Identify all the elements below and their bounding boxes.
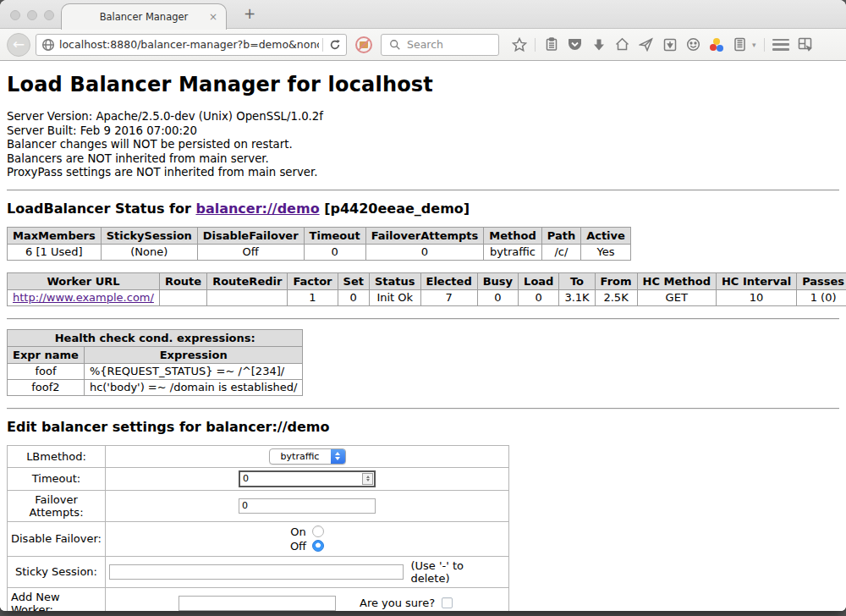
sticky-session-input[interactable] [109, 564, 404, 580]
cell-hc-method: GET [637, 289, 716, 305]
select-stepper-icon[interactable] [331, 448, 345, 465]
sticky-session-note: (Use '-' to delete) [410, 559, 505, 585]
are-you-sure-checkbox[interactable] [442, 597, 453, 608]
persist-note-line: Balancer changes will NOT be persisted o… [7, 138, 839, 152]
worker-url-link[interactable]: http://www.example.com/ [13, 291, 154, 304]
cell-expr-name-foof: foof [8, 363, 85, 379]
number-spinner-icon[interactable] [362, 473, 373, 485]
worker-data-row: http://www.example.com/ 1 0 Init Ok 7 0 … [8, 289, 846, 305]
divider-1 [7, 190, 839, 191]
col-hc-method: HC Method [637, 272, 716, 289]
edit-balancer-form: LBmethod: bytraffic Timeout: [7, 445, 509, 612]
timeout-input[interactable] [240, 473, 362, 484]
timeout-label: Timeout: [8, 467, 106, 490]
cell-busy: 0 [477, 289, 518, 305]
responsive-tablet-icon[interactable] [732, 36, 748, 52]
send-plane-icon[interactable] [638, 36, 654, 52]
close-window-button[interactable] [10, 10, 20, 20]
server-built-line: Server Built: Feb 9 2016 07:00:20 [7, 124, 839, 139]
health-table-title: Health check cond. expressions: [8, 329, 303, 346]
page-content: Load Balancer Manager for localhost Serv… [0, 61, 846, 611]
balancer-demo-link[interactable]: balancer://demo [195, 201, 319, 217]
cell-status: Init Ok [369, 289, 420, 305]
col-load: Load [519, 272, 559, 289]
tab-close-icon[interactable]: × [209, 11, 217, 23]
form-row-add-worker: Add New Worker: Are you sure? [8, 587, 509, 611]
cell-method: bytraffic [484, 244, 541, 260]
search-bar[interactable]: Search [381, 34, 499, 56]
worker-table: Worker URL Route RouteRedir Factor Set S… [7, 272, 846, 306]
tile-tabs-icon[interactable] [797, 36, 813, 52]
col-active: Active [581, 227, 631, 244]
cell-from: 2.5K [595, 289, 637, 305]
divider-3 [7, 408, 839, 410]
radio-off-label: Off [290, 540, 306, 553]
proxypass-note-line: ProxyPass settings are NOT inherited fro… [7, 166, 839, 180]
cell-expression-foof2: hc('body') =~ /domain is established/ [84, 379, 303, 395]
radio-on[interactable] [312, 525, 324, 537]
balancer-data-row: 6 [1 Used] (None) Off 0 0 bytraffic /c/ … [8, 244, 631, 260]
site-identity-globe-icon[interactable] [40, 36, 56, 52]
add-worker-input[interactable] [179, 596, 336, 611]
url-bar[interactable]: localhost:8880/balancer-manager?b=demo&n… [36, 34, 347, 56]
toolbar-separator [535, 38, 536, 52]
tab-bar: Balancer Manager × + [0, 0, 846, 29]
col-from: From [595, 272, 637, 289]
form-row-failover: Failover Attempts: [8, 490, 509, 521]
home-icon[interactable] [614, 36, 630, 52]
server-version-line: Server Version: Apache/2.5.0-dev (Unix) … [7, 110, 839, 124]
search-icon [387, 36, 403, 52]
window-controls[interactable] [10, 10, 54, 20]
health-row-foof2: foof2 hc('body') =~ /domain is establish… [8, 379, 303, 395]
hamburger-menu-icon[interactable] [772, 39, 789, 51]
pocket-icon[interactable] [567, 36, 583, 52]
forum-smiley-icon[interactable] [685, 36, 701, 52]
new-tab-button[interactable]: + [237, 5, 262, 22]
col-path: Path [541, 227, 580, 244]
cell-active: Yes [581, 244, 631, 260]
tab-balancer-manager[interactable]: Balancer Manager × [61, 3, 227, 30]
col-stickysession: StickySession [101, 227, 197, 244]
failover-attempts-input[interactable] [239, 498, 376, 514]
bookmark-star-icon[interactable] [511, 36, 527, 52]
cell-to: 3.1K [559, 289, 595, 305]
reading-list-icon[interactable] [543, 36, 559, 52]
navigation-toolbar: ← localhost:8880/balancer-manager?b=demo… [0, 29, 846, 61]
cell-elected: 7 [420, 289, 477, 305]
cell-expression-foof: %{REQUEST_STATUS} =~ /^[234]/ [84, 363, 303, 379]
form-row-timeout: Timeout: [8, 467, 509, 490]
status-heading-prefix: LoadBalancer Status for [7, 201, 195, 217]
health-header-row: Expr name Expression [8, 346, 303, 363]
cell-passes: 1 (0) [797, 289, 846, 305]
col-passes: Passes [797, 272, 846, 289]
reload-icon[interactable] [327, 36, 343, 52]
responsive-dropdown-caret[interactable]: ▾ [752, 41, 756, 49]
save-to-pocket-square-icon[interactable] [662, 36, 678, 52]
search-placeholder: Search [407, 38, 443, 51]
radio-off[interactable] [312, 540, 324, 552]
timeout-input-wrap [239, 470, 376, 487]
cell-stickysession: (None) [101, 244, 197, 260]
edit-settings-heading: Edit balancer settings for balancer://de… [7, 419, 839, 435]
col-worker-url: Worker URL [8, 272, 160, 289]
col-method: Method [484, 227, 541, 244]
col-timeout: Timeout [304, 227, 365, 244]
col-to: To [559, 272, 595, 289]
lbmethod-select[interactable]: bytraffic [269, 448, 346, 465]
col-hc-interval: HC Interval [716, 272, 796, 289]
form-row-disable-failover: Disable Failover: On Off [8, 521, 509, 556]
add-worker-label: Add New Worker: [8, 587, 106, 611]
url-text[interactable]: localhost:8880/balancer-manager?b=demo&n… [59, 38, 319, 51]
minimize-window-button[interactable] [27, 10, 37, 20]
back-button[interactable]: ← [7, 33, 30, 57]
colors-addon-icon[interactable] [709, 37, 724, 52]
zoom-window-button[interactable] [44, 10, 54, 20]
form-row-sticky: Sticky Session: (Use '-' to delete) [8, 556, 509, 587]
content-blocked-icon[interactable] [355, 36, 372, 53]
health-row-foof: foof %{REQUEST_STATUS} =~ /^[234]/ [8, 363, 303, 379]
form-row-lbmethod: LBmethod: bytraffic [8, 445, 509, 467]
cell-disablefailover: Off [197, 244, 304, 260]
download-icon[interactable] [591, 36, 607, 52]
page-title: Load Balancer Manager for localhost [7, 73, 839, 96]
col-route: Route [159, 272, 206, 289]
